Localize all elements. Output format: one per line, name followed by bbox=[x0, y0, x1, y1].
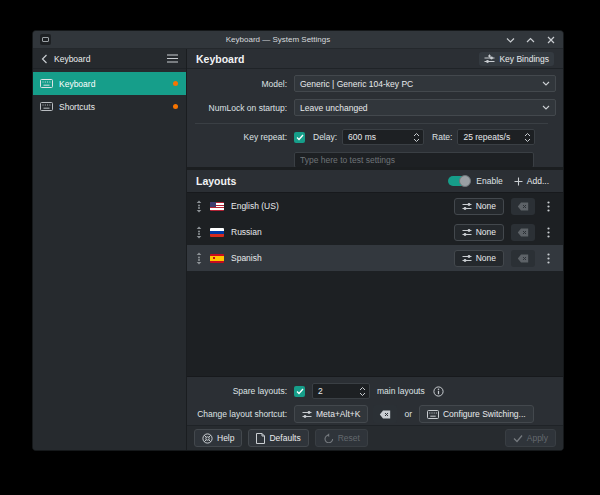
layout-label: English (US) bbox=[231, 201, 447, 211]
key-bindings-label: Key Bindings bbox=[499, 54, 549, 64]
page-title: Keyboard bbox=[196, 53, 479, 65]
spin-arrows-icon[interactable] bbox=[411, 132, 421, 143]
enable-label: Enable bbox=[476, 176, 502, 186]
clear-shortcut-button bbox=[511, 198, 535, 215]
back-icon[interactable] bbox=[41, 54, 48, 64]
model-value: Generic | Generic 104-key PC bbox=[300, 79, 542, 89]
spin-arrows-icon[interactable] bbox=[357, 386, 367, 397]
drag-handle-icon[interactable] bbox=[195, 200, 203, 213]
model-combobox[interactable]: Generic | Generic 104-key PC bbox=[294, 75, 556, 92]
shortcut-icon bbox=[462, 228, 472, 237]
clear-shortcut-button bbox=[511, 250, 535, 267]
flag-es-icon bbox=[210, 254, 224, 263]
or-label: or bbox=[404, 409, 412, 419]
sidebar-item-keyboard[interactable]: Keyboard bbox=[33, 72, 186, 95]
sidebar-item-label: Shortcuts bbox=[59, 102, 167, 112]
layouts-title: Layouts bbox=[196, 175, 442, 187]
window-body: Keyboard Keyboard bbox=[33, 49, 563, 450]
layout-shortcut-button[interactable]: None bbox=[454, 198, 504, 215]
modified-dot bbox=[173, 104, 178, 109]
modified-dot bbox=[173, 81, 178, 86]
keyboard-icon bbox=[427, 410, 439, 419]
spare-layouts-spinbox[interactable]: 2 bbox=[312, 383, 370, 399]
drag-handle-icon[interactable] bbox=[195, 252, 203, 265]
reset-label: Reset bbox=[338, 433, 360, 443]
layout-shortcut-button[interactable]: None bbox=[454, 250, 504, 267]
undo-icon bbox=[323, 433, 334, 443]
spin-arrows-icon[interactable] bbox=[522, 132, 532, 143]
sidebar: Keyboard Keyboard bbox=[33, 49, 187, 450]
test-settings-input[interactable] bbox=[294, 152, 534, 168]
document-icon bbox=[256, 433, 265, 444]
numlock-label: NumLock on startup: bbox=[187, 103, 294, 113]
sidebar-toolbar: Keyboard bbox=[33, 49, 186, 69]
defaults-label: Defaults bbox=[269, 433, 300, 443]
hamburger-menu-icon[interactable] bbox=[167, 54, 178, 63]
delay-value: 600 ms bbox=[348, 132, 411, 142]
help-button[interactable]: Help bbox=[194, 429, 242, 447]
rate-value: 25 repeats/s bbox=[463, 132, 522, 142]
numlock-value: Leave unchanged bbox=[300, 103, 542, 113]
backspace-icon bbox=[517, 228, 529, 237]
main-panel: Keyboard Key Bindings Model: Generic | G… bbox=[187, 49, 563, 450]
shortcut-icon bbox=[462, 254, 472, 263]
separator bbox=[195, 123, 548, 124]
layout-shortcut-label: None bbox=[476, 227, 496, 237]
window-controls bbox=[505, 34, 556, 45]
overflow-menu-icon[interactable] bbox=[542, 224, 554, 241]
layout-row-spanish[interactable]: Spanish None bbox=[187, 245, 563, 271]
maximize-icon[interactable] bbox=[525, 34, 536, 45]
key-repeat-checkbox[interactable] bbox=[294, 132, 305, 143]
help-icon bbox=[202, 433, 213, 444]
layouts-enable-toggle[interactable] bbox=[448, 176, 470, 186]
info-icon[interactable] bbox=[433, 386, 444, 397]
layout-shortcut-label: None bbox=[476, 253, 496, 263]
numlock-combobox[interactable]: Leave unchanged bbox=[294, 99, 556, 116]
configure-switching-button[interactable]: Configure Switching... bbox=[419, 405, 534, 423]
keyboard-form: Model: Generic | Generic 104-key PC NumL… bbox=[187, 69, 563, 167]
backspace-icon bbox=[517, 254, 529, 263]
main-layouts-label: main layouts bbox=[377, 386, 425, 396]
drag-handle-icon[interactable] bbox=[195, 226, 203, 239]
layout-shortcut-button[interactable]: None bbox=[454, 224, 504, 241]
sidebar-title: Keyboard bbox=[54, 54, 161, 64]
sidebar-item-label: Keyboard bbox=[59, 79, 167, 89]
sidebar-item-shortcuts[interactable]: Shortcuts bbox=[33, 95, 186, 118]
backspace-icon bbox=[379, 410, 391, 419]
change-shortcut-button[interactable]: Meta+Alt+K bbox=[294, 405, 368, 423]
flag-us-icon bbox=[210, 202, 224, 211]
spare-layouts-label: Spare layouts: bbox=[187, 386, 294, 396]
close-icon[interactable] bbox=[545, 34, 556, 45]
rate-label: Rate: bbox=[432, 132, 452, 142]
layouts-header: Layouts Enable Add... bbox=[187, 170, 563, 192]
main-header: Keyboard Key Bindings bbox=[187, 49, 563, 69]
clear-shortcut-button bbox=[511, 224, 535, 241]
add-layout-button[interactable]: Add... bbox=[509, 174, 554, 188]
layout-list: English (US) None bbox=[187, 192, 563, 377]
overflow-menu-icon[interactable] bbox=[542, 250, 554, 267]
clear-change-shortcut-button[interactable] bbox=[373, 405, 397, 423]
key-bindings-button[interactable]: Key Bindings bbox=[479, 52, 554, 66]
spare-layouts-value: 2 bbox=[318, 386, 357, 396]
chevron-down-icon bbox=[542, 81, 550, 86]
rate-spinbox[interactable]: 25 repeats/s bbox=[457, 129, 535, 145]
check-icon bbox=[296, 134, 304, 141]
window-title: Keyboard — System Settings bbox=[51, 35, 505, 44]
backspace-icon bbox=[517, 202, 529, 211]
layout-row-russian[interactable]: Russian None bbox=[187, 219, 563, 245]
help-label: Help bbox=[217, 433, 234, 443]
key-bindings-icon bbox=[484, 54, 495, 64]
delay-spinbox[interactable]: 600 ms bbox=[342, 129, 424, 145]
apply-button: Apply bbox=[505, 429, 556, 447]
defaults-button[interactable]: Defaults bbox=[248, 429, 308, 447]
footer: Help Defaults Reset Apply bbox=[187, 425, 563, 450]
spare-layouts-checkbox[interactable] bbox=[294, 386, 305, 397]
overflow-menu-icon[interactable] bbox=[542, 198, 554, 215]
layout-row-english[interactable]: English (US) None bbox=[187, 193, 563, 219]
minimize-icon[interactable] bbox=[505, 34, 516, 45]
shortcut-icon bbox=[302, 410, 312, 419]
system-settings-window: Keyboard — System Settings bbox=[32, 30, 564, 451]
titlebar[interactable]: Keyboard — System Settings bbox=[33, 31, 563, 49]
layout-label: Spanish bbox=[231, 253, 447, 263]
keyboard-icon bbox=[40, 102, 53, 111]
